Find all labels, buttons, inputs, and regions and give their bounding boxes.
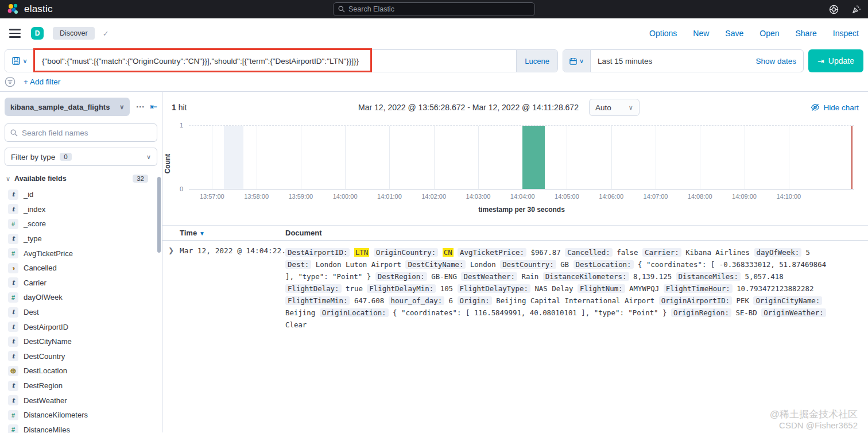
field-item-Dest[interactable]: tDest xyxy=(5,305,157,320)
add-filter-button[interactable]: + Add filter xyxy=(24,78,60,86)
doc-field-name[interactable]: FlightDelay: xyxy=(285,284,342,293)
x-tick-label: 14:05:00 xyxy=(555,193,579,200)
nav-menu-share[interactable]: Share xyxy=(796,29,817,38)
doc-field-name[interactable]: DestWeather: xyxy=(461,272,517,281)
expand-row-icon[interactable]: ❯ xyxy=(162,246,180,331)
breadcrumb[interactable]: Discover xyxy=(53,27,95,40)
x-tick-label: 13:59:00 xyxy=(288,193,313,200)
interval-select[interactable]: Auto ∨ xyxy=(589,99,640,116)
field-item-AvgTicketPrice[interactable]: #AvgTicketPrice xyxy=(5,246,157,261)
doc-field-name[interactable]: FlightDelayMin: xyxy=(367,284,436,293)
doc-field-name[interactable]: OriginWeather: xyxy=(761,308,826,317)
chevron-down-icon: ∨ xyxy=(146,153,151,161)
doc-field-name[interactable]: FlightDelayType: xyxy=(458,284,530,293)
nav-menu-save[interactable]: Save xyxy=(725,29,743,38)
doc-field-name[interactable]: Origin: xyxy=(458,296,492,305)
time-column-header[interactable]: Time▼ xyxy=(162,229,285,237)
help-icon[interactable] xyxy=(829,5,839,14)
doc-field-name[interactable]: DestLocation: xyxy=(574,260,634,269)
doc-field-name[interactable]: FlightTimeMin: xyxy=(285,296,350,305)
text-type-icon: t xyxy=(8,381,18,391)
doc-field-name[interactable]: DestRegion: xyxy=(375,272,427,281)
time-range-value[interactable]: Last 15 minutes xyxy=(591,50,749,72)
doc-field-value: 10.793472123882282 xyxy=(737,284,813,293)
doc-field-name[interactable]: DestCityName: xyxy=(405,260,466,269)
show-dates-button[interactable]: Show dates xyxy=(749,50,803,72)
field-item-Cancelled[interactable]: ◑Cancelled xyxy=(5,261,157,276)
filter-by-type-selector[interactable]: Filter by type 0 ∨ xyxy=(5,148,157,166)
global-search-input[interactable]: Search Elastic xyxy=(333,2,535,16)
field-item-_type[interactable]: t_type xyxy=(5,231,157,246)
index-pattern-selector[interactable]: kibana_sample_data_flights ∨ xyxy=(5,98,130,116)
doc-field-value: Beijing Capital International Airport xyxy=(496,296,654,305)
doc-field-name[interactable]: Dest: xyxy=(285,260,311,269)
available-fields-label: Available fields xyxy=(14,175,67,183)
doc-field-name[interactable]: hour_of_day: xyxy=(389,296,445,305)
whats-new-icon[interactable] xyxy=(851,5,861,14)
search-field-names-input[interactable]: Search field names xyxy=(5,123,157,142)
collapse-sidebar-icon[interactable]: ⇤ xyxy=(150,102,157,112)
doc-field-name[interactable]: DestAirportID: xyxy=(285,248,350,257)
histogram-plot[interactable] xyxy=(189,125,854,190)
field-item-DestRegion[interactable]: tDestRegion xyxy=(5,378,157,393)
doc-field-name[interactable]: Carrier: xyxy=(642,248,681,257)
doc-field-name[interactable]: FlightNum: xyxy=(578,284,625,293)
filter-type-count-badge: 0 xyxy=(60,153,71,161)
doc-field-name[interactable]: Cancelled: xyxy=(565,248,613,257)
field-item-DestCityName[interactable]: tDestCityName xyxy=(5,334,157,349)
y-tick-1: 1 xyxy=(173,122,183,129)
saved-query-menu-button[interactable]: ∨ xyxy=(5,50,35,72)
field-name: DistanceMiles xyxy=(24,426,70,433)
nav-menu-new[interactable]: New xyxy=(693,29,709,38)
filter-icon[interactable] xyxy=(5,76,16,87)
chevron-down-icon: ∨ xyxy=(119,103,124,111)
query-input[interactable]: {"bool":{"must":[{"match":{"OriginCountr… xyxy=(35,50,516,72)
doc-field-name[interactable]: OriginCityName: xyxy=(753,296,822,305)
nav-menu-options[interactable]: Options xyxy=(649,29,677,38)
field-name: DestCityName xyxy=(24,337,72,346)
doc-field-name[interactable]: DestCountry: xyxy=(500,260,556,269)
nav-menu-open[interactable]: Open xyxy=(760,29,779,38)
chart-gridline xyxy=(567,126,567,189)
update-button[interactable]: ⇥ Update xyxy=(808,49,863,72)
discover-app-badge[interactable]: D xyxy=(31,27,44,40)
field-item-Carrier[interactable]: tCarrier xyxy=(5,276,157,291)
field-name: DestCountry xyxy=(24,352,65,361)
doc-field-name[interactable]: OriginLocation: xyxy=(320,308,389,317)
field-item-DistanceKilometers[interactable]: #DistanceKilometers xyxy=(5,408,157,423)
field-item-DestCountry[interactable]: tDestCountry xyxy=(5,349,157,364)
watermark: @稀土掘金技术社区 CSDN @Fisher3652 xyxy=(770,408,858,431)
doc-field-name[interactable]: OriginRegion: xyxy=(671,308,731,317)
field-item-DistanceMiles[interactable]: #DistanceMiles xyxy=(5,423,157,433)
available-fields-header[interactable]: ∨ Available fields 32 xyxy=(5,175,157,183)
doc-field-name[interactable]: dayOfWeek: xyxy=(754,248,802,257)
field-item-DestWeather[interactable]: tDestWeather xyxy=(5,393,157,408)
field-item-_score[interactable]: #_score xyxy=(5,216,157,231)
field-settings-icon[interactable]: ⋯ xyxy=(135,102,144,112)
query-language-button[interactable]: Lucene xyxy=(516,50,557,72)
doc-field-name[interactable]: OriginAirportID: xyxy=(659,296,732,305)
field-item-DestLocation[interactable]: ⊕DestLocation xyxy=(5,364,157,378)
date-quick-menu-button[interactable]: ∨ xyxy=(563,50,591,72)
x-tick-label: 14:03:00 xyxy=(466,193,491,200)
field-item-_index[interactable]: t_index xyxy=(5,202,157,217)
menu-hamburger-icon[interactable] xyxy=(9,29,21,38)
field-item-DestAirportID[interactable]: tDestAirportID xyxy=(5,319,157,334)
text-type-icon: t xyxy=(8,277,18,288)
field-item-_id[interactable]: t_id xyxy=(5,187,157,202)
fields-sidebar: kibana_sample_data_flights ∨ ⋯ ⇤ Search … xyxy=(0,92,162,432)
doc-field-name[interactable]: AvgTicketPrice: xyxy=(458,248,526,257)
sidebar-scrollbar[interactable] xyxy=(157,177,161,253)
number-type-icon: # xyxy=(8,292,18,303)
nav-menu-inspect[interactable]: Inspect xyxy=(833,29,859,38)
doc-field-value: Rain xyxy=(521,272,538,281)
field-item-dayOfWeek[interactable]: #dayOfWeek xyxy=(5,290,157,305)
filter-by-type-label: Filter by type xyxy=(11,153,55,161)
doc-field-name[interactable]: FlightTimeHour: xyxy=(664,284,733,293)
hide-chart-button[interactable]: Hide chart xyxy=(811,103,859,112)
doc-field-name[interactable]: DistanceMiles: xyxy=(676,272,741,281)
histogram-bar[interactable] xyxy=(522,126,545,189)
doc-field-name[interactable]: OriginCountry: xyxy=(374,248,438,257)
elastic-logo[interactable]: elastic xyxy=(7,3,53,16)
doc-field-name[interactable]: DistanceKilometers: xyxy=(543,272,629,281)
